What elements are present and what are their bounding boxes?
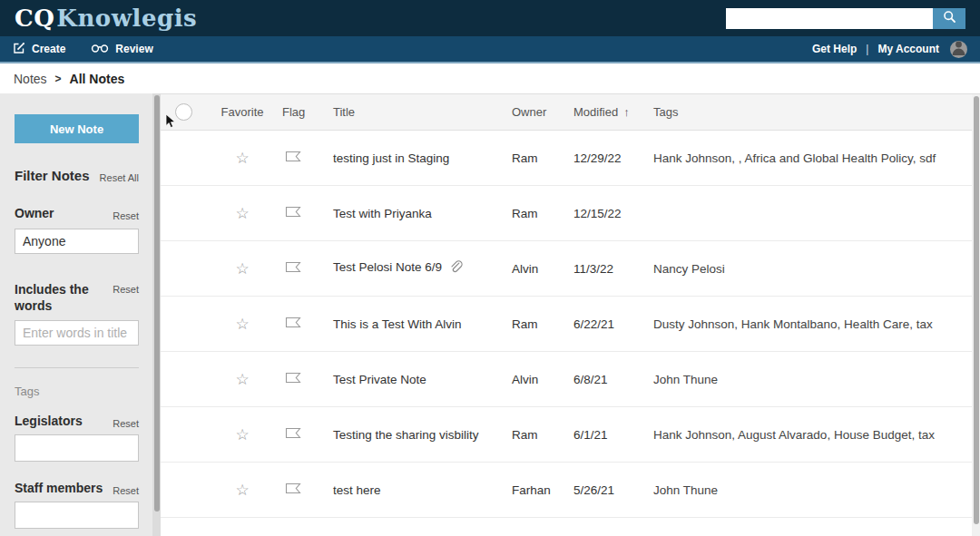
table-row[interactable]: ☆ Test with Priyanka Ram 12/15/22 <box>161 186 980 241</box>
breadcrumb-notes[interactable]: Notes <box>14 72 47 86</box>
review-label: Review <box>115 43 152 55</box>
favorite-star-icon[interactable]: ☆ <box>235 372 249 387</box>
secondary-navbar: Create Review Get Help | My Account <box>0 36 980 63</box>
review-glasses-icon <box>91 43 109 56</box>
note-tags: Dusty Johnson, Hank Montalbano, Health C… <box>653 317 980 331</box>
note-owner: Ram <box>512 207 573 220</box>
sidebar-scrollbar-thumb[interactable] <box>154 95 160 512</box>
filter-sidebar: New Note Filter Notes Reset All Owner Re… <box>0 93 152 536</box>
table-scrollbar-thumb[interactable] <box>974 96 979 524</box>
note-modified-date: 6/8/21 <box>573 373 653 386</box>
favorite-star-icon[interactable]: ☆ <box>235 206 249 221</box>
owner-reset-link[interactable]: Reset <box>113 210 139 221</box>
flag-icon[interactable] <box>285 261 301 276</box>
breadcrumb-current: All Notes <box>70 72 125 86</box>
flag-icon[interactable] <box>285 317 301 331</box>
column-header-title[interactable]: Title <box>333 105 512 119</box>
person-icon <box>950 41 967 58</box>
reset-all-link[interactable]: Reset All <box>100 172 139 183</box>
logo-knowlegis: Knowlegis <box>56 5 197 32</box>
note-title[interactable]: Test Private Note <box>333 373 426 386</box>
note-title[interactable]: Testing the sharing visbility <box>333 428 479 442</box>
note-modified-date: 12/29/22 <box>573 151 653 165</box>
filter-notes-heading: Filter Notes <box>15 168 90 183</box>
table-row[interactable]: ☆ Test Private Note Alvin 6/8/21 John Th… <box>161 352 980 407</box>
review-button[interactable]: Review <box>91 43 152 56</box>
legislators-reset-link[interactable]: Reset <box>113 418 139 429</box>
staff-members-filter-input[interactable] <box>15 502 139 529</box>
create-button[interactable]: Create <box>13 42 65 57</box>
table-row[interactable]: ☆ test here Farhan 5/26/21 John Thune <box>161 463 980 518</box>
app-logo[interactable]: CQKnowlegis <box>15 0 197 36</box>
table-row[interactable]: ☆ testing just in Staging Ram 12/29/22 H… <box>161 131 980 186</box>
tags-section-label: Tags <box>15 385 139 398</box>
column-header-owner[interactable]: Owner <box>512 105 573 119</box>
table-row[interactable]: ☆ Test Pelosi Note 6/9 Alvin 11/3/22 Nan… <box>161 241 980 297</box>
includes-words-input[interactable] <box>15 320 139 346</box>
includes-words-reset-link[interactable]: Reset <box>113 284 139 295</box>
note-tags: Hank Johnson, August Alvarado, House Bud… <box>653 428 980 442</box>
create-label: Create <box>32 43 65 55</box>
flag-icon[interactable] <box>285 427 301 442</box>
note-title[interactable]: testing just in Staging <box>333 151 449 165</box>
global-search <box>726 8 965 29</box>
flag-icon[interactable] <box>285 482 301 497</box>
note-owner: Alvin <box>512 373 573 386</box>
table-header-row: Favorite Flag Title Owner Modified↑ Tags <box>161 94 980 131</box>
breadcrumb: Notes > All Notes <box>0 63 980 93</box>
note-modified-date: 12/15/22 <box>573 207 653 220</box>
note-title[interactable]: Test with Priyanka <box>333 207 432 220</box>
note-owner: Ram <box>512 428 573 442</box>
favorite-star-icon[interactable]: ☆ <box>235 482 249 498</box>
avatar[interactable] <box>950 41 967 58</box>
paperclip-icon <box>449 260 463 277</box>
column-header-modified[interactable]: Modified↑ <box>573 105 653 119</box>
logo-cq: CQ <box>15 5 54 32</box>
favorite-star-icon[interactable]: ☆ <box>235 151 249 166</box>
sort-ascending-icon: ↑ <box>623 105 630 119</box>
favorite-star-icon[interactable]: ☆ <box>235 427 249 443</box>
note-modified-date: 11/3/22 <box>573 262 653 276</box>
includes-words-label: Includes the words <box>15 281 102 314</box>
column-header-favorite[interactable]: Favorite <box>206 105 279 119</box>
get-help-link[interactable]: Get Help <box>812 43 857 55</box>
favorite-star-icon[interactable]: ☆ <box>235 317 249 332</box>
table-scrollbar[interactable] <box>972 94 980 536</box>
new-note-button[interactable]: New Note <box>15 114 139 143</box>
staff-members-reset-link[interactable]: Reset <box>113 485 139 496</box>
search-input[interactable] <box>726 8 933 29</box>
note-tags: John Thune <box>653 483 980 497</box>
create-icon <box>13 42 25 57</box>
flag-icon[interactable] <box>285 372 301 386</box>
select-all-checkbox[interactable] <box>175 103 192 121</box>
top-header: CQKnowlegis <box>0 0 980 36</box>
chevron-right-icon: > <box>55 73 62 85</box>
sidebar-divider <box>15 367 139 368</box>
search-button[interactable] <box>933 8 965 29</box>
nav-divider: | <box>866 43 868 55</box>
legislators-filter-input[interactable] <box>15 434 139 462</box>
flag-icon[interactable] <box>285 206 301 220</box>
table-row[interactable]: ☆ Testing the sharing visbility Ram 6/1/… <box>161 407 980 463</box>
note-title[interactable]: Test Pelosi Note 6/9 <box>333 260 442 274</box>
note-tags: Hank Johnson, , Africa and Global Health… <box>653 151 980 165</box>
note-title[interactable]: test here <box>333 483 381 497</box>
owner-filter-input[interactable] <box>15 229 139 254</box>
note-modified-date: 6/1/21 <box>573 428 653 442</box>
note-owner: Ram <box>512 151 573 165</box>
flag-icon[interactable] <box>285 151 301 165</box>
note-modified-date: 5/26/21 <box>573 483 653 497</box>
note-modified-date: 6/22/21 <box>573 317 653 331</box>
my-account-link[interactable]: My Account <box>877 43 939 55</box>
note-tags: John Thune <box>653 373 980 386</box>
table-row[interactable]: ☆ This is a Test With Alvin Ram 6/22/21 … <box>161 297 980 352</box>
favorite-star-icon[interactable]: ☆ <box>235 261 249 277</box>
column-header-tags[interactable]: Tags <box>653 105 980 119</box>
notes-table: Favorite Flag Title Owner Modified↑ Tags… <box>161 93 980 536</box>
owner-filter-label: Owner <box>15 205 54 221</box>
legislators-filter-label: Legislators <box>15 413 83 429</box>
note-title[interactable]: This is a Test With Alvin <box>333 317 462 331</box>
sidebar-scrollbar[interactable] <box>152 93 161 536</box>
search-icon <box>943 10 956 26</box>
column-header-flag[interactable]: Flag <box>279 105 333 119</box>
